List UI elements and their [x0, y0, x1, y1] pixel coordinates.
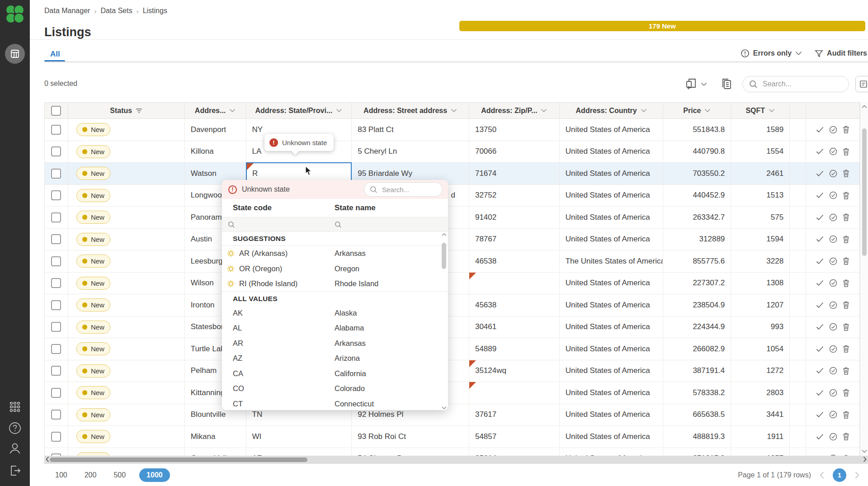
price-cell[interactable]: 488819.3	[663, 426, 731, 448]
status-cell[interactable]: New	[68, 141, 185, 163]
trash-icon[interactable]	[843, 126, 849, 133]
trash-icon[interactable]	[843, 213, 849, 221]
confirm-row-icon[interactable]	[816, 411, 824, 418]
logout-icon[interactable]	[7, 462, 23, 479]
status-cell[interactable]: New	[68, 229, 185, 250]
zip-cell[interactable]: 46538	[469, 250, 560, 272]
column-header-street[interactable]: Address: Street address	[352, 103, 469, 118]
row-select-cell[interactable]	[45, 163, 68, 184]
country-cell[interactable]: United States of America	[560, 338, 664, 360]
country-cell[interactable]: United States of America	[560, 119, 664, 141]
country-cell[interactable]: United States of America	[560, 294, 664, 316]
country-cell[interactable]: United States of America	[560, 141, 664, 163]
row-checkbox[interactable]	[51, 410, 61, 420]
row-select-cell[interactable]	[45, 207, 68, 228]
circle-check-icon[interactable]	[829, 345, 837, 353]
status-cell[interactable]: New	[68, 316, 185, 338]
price-cell[interactable]: 665638.5	[663, 404, 731, 426]
row-select-cell[interactable]	[45, 250, 68, 272]
trash-icon[interactable]	[843, 389, 849, 396]
circle-check-icon[interactable]	[829, 411, 837, 419]
state-value-item[interactable]: CTConnecticut	[222, 396, 448, 411]
row-checkbox[interactable]	[51, 278, 61, 288]
status-cell[interactable]: New	[68, 273, 185, 294]
chevron-down-icon[interactable]	[795, 51, 802, 56]
street-cell[interactable]: 83 Platt Ct	[352, 119, 469, 141]
circle-check-icon[interactable]	[829, 126, 837, 134]
price-cell[interactable]: 266082.9	[663, 338, 731, 360]
help-icon[interactable]	[7, 420, 23, 436]
chevron-down-icon[interactable]	[769, 109, 775, 113]
row-select-cell[interactable]	[45, 404, 68, 426]
page-size-1000[interactable]: 1000	[139, 468, 170, 482]
status-cell[interactable]: New	[68, 360, 185, 382]
price-cell[interactable]: 855775.6	[663, 250, 731, 272]
confirm-row-icon[interactable]	[816, 148, 824, 155]
row-select-cell[interactable]	[45, 338, 68, 360]
scroll-left-icon[interactable]	[45, 456, 50, 462]
zip-cell[interactable]: 91402	[469, 207, 560, 228]
trash-icon[interactable]	[843, 301, 849, 309]
sqft-cell[interactable]: 1513	[731, 185, 790, 207]
vertical-scrollbar[interactable]	[860, 102, 868, 456]
picker-search-input[interactable]	[381, 185, 426, 194]
country-cell[interactable]: United States of America	[560, 426, 664, 448]
trash-icon[interactable]	[843, 279, 849, 287]
suggestion-item[interactable]: OR (Oregon)Oregon	[222, 261, 448, 277]
sqft-cell[interactable]: 1594	[731, 229, 790, 250]
trash-icon[interactable]	[843, 345, 849, 353]
row-select-cell[interactable]	[45, 185, 68, 207]
zip-cell[interactable]: 37617	[469, 404, 560, 426]
confirm-row-icon[interactable]	[816, 127, 824, 133]
column-header-price[interactable]: Price	[663, 103, 731, 118]
sqft-cell[interactable]: 1054	[731, 338, 790, 360]
zip-cell[interactable]: 30461	[469, 316, 560, 338]
confirm-row-icon[interactable]	[816, 236, 824, 242]
row-select-cell[interactable]	[45, 294, 68, 316]
page-size-100[interactable]: 100	[52, 469, 71, 481]
page-size-200[interactable]: 200	[81, 469, 100, 481]
trash-icon[interactable]	[843, 367, 849, 375]
confirm-row-icon[interactable]	[816, 280, 824, 286]
picker-scrollbar[interactable]	[440, 232, 447, 410]
sqft-cell[interactable]: 993	[731, 316, 790, 338]
state-value-item[interactable]: ALAlabama	[222, 321, 448, 336]
row-checkbox[interactable]	[51, 190, 61, 200]
row-checkbox[interactable]	[51, 432, 61, 442]
street-cell[interactable]: 5 Cheryl Ln	[352, 141, 469, 163]
confirm-row-icon[interactable]	[816, 258, 824, 264]
street-cell[interactable]: 93 Rob Roi Ct	[352, 426, 469, 448]
column-header-state[interactable]: Address: State/Provi...	[246, 103, 352, 118]
column-header-zip[interactable]: Address: Zip/P...	[469, 103, 560, 118]
apps-grid-icon[interactable]	[7, 399, 23, 415]
zip-cell[interactable]: 13750	[469, 119, 560, 141]
audit-filters-button[interactable]: Audit filters	[815, 49, 867, 58]
column-header-status[interactable]: Status	[68, 103, 185, 118]
row-select-cell[interactable]	[45, 316, 68, 338]
zip-cell[interactable]: 45638	[469, 294, 560, 316]
app-logo-icon[interactable]	[5, 4, 25, 24]
chevron-down-icon[interactable]	[541, 109, 547, 113]
state-value-item[interactable]: AKAlaska	[222, 306, 448, 321]
suggestion-item[interactable]: AR (Arkansas)Arkansas	[222, 246, 448, 261]
status-cell[interactable]: New	[68, 119, 185, 141]
price-cell[interactable]: 440790.8	[663, 141, 731, 163]
row-checkbox[interactable]	[51, 256, 61, 266]
column-header-city[interactable]: Addres...	[185, 103, 246, 118]
status-cell[interactable]: New	[68, 294, 185, 316]
country-cell[interactable]: United States of America	[560, 360, 664, 382]
price-cell[interactable]: 227307.2	[663, 273, 731, 294]
profile-icon[interactable]	[7, 440, 23, 457]
circle-check-icon[interactable]	[829, 170, 837, 178]
country-cell[interactable]: United States of America	[560, 185, 664, 207]
confirm-row-icon[interactable]	[816, 390, 824, 396]
horizontal-scrollbar-thumb[interactable]	[50, 458, 307, 462]
chevron-down-icon[interactable]	[704, 109, 711, 113]
status-cell[interactable]: New	[68, 382, 185, 404]
country-cell[interactable]: United States of America	[560, 404, 664, 426]
column-header-country[interactable]: Address: Country	[560, 103, 664, 118]
search-icon[interactable]	[228, 221, 235, 228]
sqft-cell[interactable]: 1911	[731, 426, 790, 448]
status-cell[interactable]: New	[68, 338, 185, 360]
details-panel-button[interactable]	[855, 76, 868, 92]
